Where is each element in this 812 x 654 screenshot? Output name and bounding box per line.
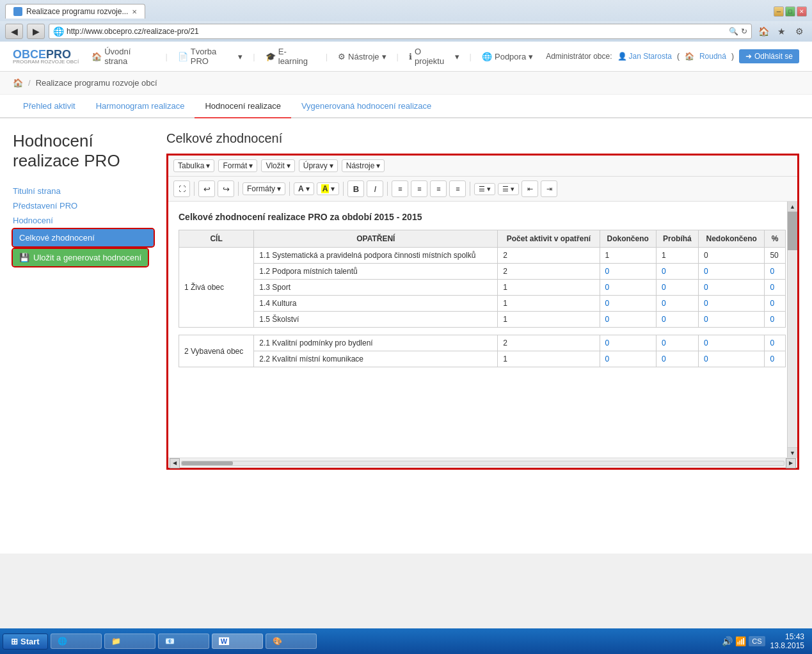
measure-1-3: 1.3 Sport xyxy=(254,280,498,296)
sidebar-item-titulni-strana[interactable]: Titulní strana xyxy=(13,184,154,198)
bg-a-label: A xyxy=(321,184,330,193)
user-profile-link[interactable]: 👤 Jan Starosta xyxy=(617,52,672,61)
table-row: 1.4 Kultura 1 0 0 0 0 xyxy=(179,296,786,312)
outdent-button[interactable]: ⇤ xyxy=(521,180,538,197)
minimize-button[interactable]: ─ xyxy=(774,6,784,17)
tab-close-button[interactable]: ✕ xyxy=(132,8,137,15)
maximize-button[interactable]: □ xyxy=(785,6,795,17)
user-area: Administrátor obce: 👤 Jan Starosta ( 🏠 R… xyxy=(546,49,799,63)
count-1-3: 1 xyxy=(498,280,600,296)
nastroje-dropdown[interactable]: Nástroje ▾ xyxy=(342,159,385,172)
close-button[interactable]: ✕ xyxy=(797,6,807,17)
toolbar-sep-2 xyxy=(238,182,239,196)
ordered-list-dropdown[interactable]: ☰ ▾ xyxy=(498,183,519,195)
notdone-1-4: 0 xyxy=(699,296,765,312)
tab-vygenerovana-hodnoceni[interactable]: Vygenerovaná hodnocení realizace xyxy=(291,95,442,118)
content-area: Celkové zhodnocení Tabulka ▾ Formát ▾ Vl… xyxy=(166,131,799,470)
nav-elearning[interactable]: 🎓 E-learning xyxy=(266,47,315,66)
sidebar-item-celkove-zhodnoceni[interactable]: Celkové zhodnocení xyxy=(13,229,154,246)
align-left-button[interactable]: ≡ xyxy=(392,180,408,197)
nav-tvorba-pro[interactable]: 📄 Tvorba PRO ▾ xyxy=(178,47,243,66)
upravy-dropdown[interactable]: Úpravy ▾ xyxy=(299,159,338,172)
measure-1-1: 1.1 Systematická a pravidelná podpora či… xyxy=(254,248,498,264)
italic-button[interactable]: I xyxy=(367,180,383,197)
align-center-button[interactable]: ≡ xyxy=(411,180,427,197)
logout-button[interactable]: ➜ Odhlásit se xyxy=(739,49,799,63)
dropdown-arrow-font: ▾ xyxy=(306,184,310,193)
inprogress-2-2: 0 xyxy=(656,351,698,367)
bold-button[interactable]: B xyxy=(347,180,364,197)
logout-icon: ➜ xyxy=(745,52,752,61)
indent-button[interactable]: ⇥ xyxy=(541,180,557,197)
count-1-2: 2 xyxy=(498,264,600,280)
table-header-row: CÍL OPATŘENÍ Počet aktivit v opatření Do… xyxy=(179,230,786,248)
fullscreen-button[interactable]: ⛶ xyxy=(173,180,190,197)
forward-button[interactable]: ▶ xyxy=(27,24,45,39)
scroll-up-button[interactable]: ▲ xyxy=(788,202,797,212)
sidebar-item-hodnoceni[interactable]: Hodnocení xyxy=(13,213,154,228)
address-bar[interactable]: 🌐 http://www.obcepro.cz/realizace-pro/21… xyxy=(49,24,752,39)
nav-nastroje[interactable]: ⚙ Nástroje ▾ xyxy=(338,52,386,61)
redo-button[interactable]: ↪ xyxy=(218,180,234,197)
formats-dropdown[interactable]: Formáty ▾ xyxy=(243,182,285,195)
refresh-icon[interactable]: ↻ xyxy=(741,27,747,36)
percent-1-5: 0 xyxy=(765,312,786,328)
page-title: Hodnocení realizace PRO xyxy=(13,131,154,171)
save-generate-button[interactable]: 💾 Uložit a generovat hodnocení xyxy=(13,249,148,266)
done-2-1: 0 xyxy=(600,335,656,351)
page-content: OBCEPRO PROGRAM ROZVOJE OBCÍ 🏠 Úvodní st… xyxy=(0,42,812,554)
bg-color-dropdown[interactable]: A ▾ xyxy=(317,182,340,195)
dropdown-arrow-tabulka: ▾ xyxy=(206,161,210,170)
align-right-button[interactable]: ≡ xyxy=(430,180,447,197)
settings-button[interactable]: ⚙ xyxy=(792,24,807,39)
url-text: http://www.obcepro.cz/realizace-pro/21 xyxy=(67,27,726,36)
star-button[interactable]: ★ xyxy=(774,24,789,39)
horizontal-scrollbar[interactable]: ◀ ▶ xyxy=(168,458,797,468)
home-nav-icon: 🏠 xyxy=(92,52,102,61)
nav-links: 🏠 Úvodní strana | 📄 Tvorba PRO ▾ | 🎓 E-l… xyxy=(92,47,533,66)
scroll-left-button[interactable]: ◀ xyxy=(170,458,180,468)
editor-content[interactable]: Celkové zhodnocení realizace PRO za obdo… xyxy=(168,202,797,458)
vertical-scrollbar[interactable]: ▲ ▼ xyxy=(787,202,797,458)
done-2-2: 0 xyxy=(600,351,656,367)
measure-2-2: 2.2 Kvalitní místní komunikace xyxy=(254,351,498,367)
breadcrumb-home[interactable]: 🏠 xyxy=(13,78,23,88)
nav-uvodni-strana[interactable]: 🏠 Úvodní strana xyxy=(92,47,155,66)
format-dropdown[interactable]: Formát ▾ xyxy=(218,159,257,172)
tab-harmonogram-realizace[interactable]: Harmonogram realizace xyxy=(86,95,195,118)
logo-subtitle: PROGRAM ROZVOJE OBCÍ xyxy=(13,59,79,65)
scroll-right-button[interactable]: ▶ xyxy=(786,458,796,468)
user-location: Roudná xyxy=(699,52,726,61)
nav-o-projektu[interactable]: ℹ O projektu ▾ xyxy=(409,47,459,66)
sidebar-item-predstaveni-pro[interactable]: Představení PRO xyxy=(13,198,154,213)
main-layout: Hodnocení realizace PRO Titulní strana P… xyxy=(0,118,812,483)
align-justify-button[interactable]: ≡ xyxy=(449,180,466,197)
tab-prehled-aktivit[interactable]: Přehled aktivit xyxy=(13,95,86,118)
browser-titlebar: Realizace programu rozvoje... ✕ ─ □ ✕ xyxy=(0,3,812,21)
back-button[interactable]: ◀ xyxy=(5,24,23,39)
measure-1-4: 1.4 Kultura xyxy=(254,296,498,312)
dropdown-arrow-ol: ▾ xyxy=(511,185,514,193)
vlozit-dropdown[interactable]: Vložit ▾ xyxy=(261,159,294,172)
nav-podpora[interactable]: 🌐 Podpora ▾ xyxy=(482,52,533,61)
admin-label: Administrátor obce: xyxy=(546,52,612,61)
notdone-1-5: 0 xyxy=(699,312,765,328)
breadcrumb-separator: / xyxy=(28,78,31,88)
col-opatreni: OPATŘENÍ xyxy=(254,230,498,248)
browser-tab[interactable]: Realizace programu rozvoje... ✕ xyxy=(5,4,145,19)
user-location-link[interactable]: Roudná xyxy=(699,52,726,61)
tab-hodnoceni-realizace[interactable]: Hodnocení realizace xyxy=(195,95,291,118)
dropdown-arrow-vlozit: ▾ xyxy=(287,161,291,170)
tabulka-dropdown[interactable]: Tabulka ▾ xyxy=(173,159,214,172)
toolbar-sep-5 xyxy=(387,182,388,196)
editor-toolbar-1: Tabulka ▾ Formát ▾ Vložit ▾ Úpravy ▾ xyxy=(168,156,797,177)
scroll-down-button[interactable]: ▼ xyxy=(788,447,797,458)
font-color-dropdown[interactable]: A ▾ xyxy=(294,182,314,195)
percent-1-2: 0 xyxy=(765,264,786,280)
count-1-1: 2 xyxy=(498,248,600,264)
undo-button[interactable]: ↩ xyxy=(198,180,215,197)
home-button[interactable]: 🏠 xyxy=(756,24,771,39)
unordered-list-dropdown[interactable]: ☰ ▾ xyxy=(474,183,495,195)
dropdown-arrow-nastroje: ▾ xyxy=(376,161,380,170)
measure-1-5: 1.5 Školství xyxy=(254,312,498,328)
